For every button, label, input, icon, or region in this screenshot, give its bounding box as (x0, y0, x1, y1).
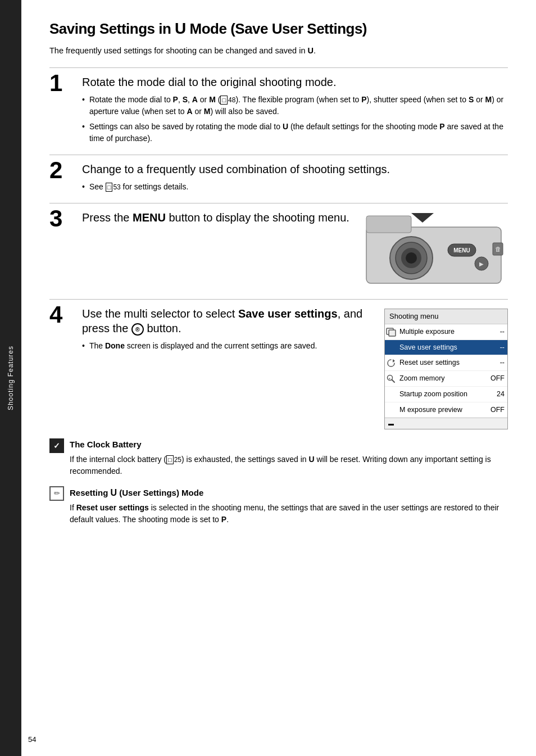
menu-row-5: Startup zoom position 24 (385, 387, 507, 402)
step-4: 4 Use the multi selector to select Save … (49, 306, 508, 429)
step-2: 2 Change to a frequently used combinatio… (49, 162, 508, 196)
menu-label-2: Save user settings (397, 341, 489, 354)
menu-label-5: Startup zoom position (397, 388, 489, 401)
step-1-bullet-1: Rotate the mode dial to P, S, A or M (□4… (82, 94, 508, 117)
step-1-heading: Rotate the mode dial to the original sho… (82, 75, 508, 89)
svg-text:+: + (389, 377, 391, 380)
sidebar-label: Shooting Features (6, 346, 16, 410)
svg-point-6 (406, 252, 417, 264)
step-4-content: Use the multi selector to select Save us… (82, 306, 508, 429)
menu-value-5: 24 (489, 389, 507, 400)
step-3-row: Press the MENU button to display the sho… (82, 210, 508, 293)
step-4-heading: Use the multi selector to select Save us… (82, 306, 373, 336)
note-resetting-heading: Resetting U (User Settings) Mode (70, 486, 508, 500)
svg-rect-14 (389, 330, 396, 336)
page-title: Saving Settings in U Mode (Save User Set… (49, 17, 508, 40)
svg-rect-0 (366, 227, 501, 283)
menu-icon-5 (385, 388, 397, 400)
note-clock-battery: ✓ The Clock Battery If the internal cloc… (49, 438, 508, 477)
step-3-heading: Press the MENU button to display the sho… (82, 210, 349, 225)
note-resetting-content: Resetting U (User Settings) Mode If Rese… (70, 486, 508, 526)
camera-illustration: MENU ▶ 🗑 (361, 210, 507, 293)
menu-title: Shooting menu (389, 312, 438, 320)
menu-label-1: Multiple exposure (397, 325, 489, 338)
menu-row-1: Multiple exposure -- (385, 324, 507, 340)
divider-2 (49, 203, 508, 203)
menu-row-3: Reset user settings -- (385, 355, 507, 371)
sidebar: Shooting Features (0, 0, 21, 756)
step-3: 3 Press the MENU button to display the s… (49, 210, 508, 293)
menu-screenshot: Shooting menu Multiple exposure -- (384, 309, 508, 429)
check-icon: ✓ (49, 438, 64, 453)
step-2-number: 2 (49, 159, 76, 182)
menu-row-6: M exposure preview OFF (385, 402, 507, 418)
menu-icon-1 (385, 325, 397, 338)
menu-row-2: Save user settings -- (385, 340, 507, 356)
step-3-content: Press the MENU button to display the sho… (82, 210, 508, 293)
note-clock-text: If the internal clock battery (□25) is e… (70, 454, 508, 477)
pencil-icon: ✏ (49, 486, 64, 501)
step-1-bullet-2: Settings can also be saved by rotating t… (82, 121, 508, 144)
svg-marker-15 (393, 359, 395, 363)
step-4-number: 4 (49, 303, 76, 327)
main-content: Saving Settings in U Mode (Save User Set… (21, 0, 536, 547)
menu-value-2: -- (489, 342, 507, 353)
page-number: 54 (28, 734, 36, 745)
step-1-content: Rotate the mode dial to the original sho… (82, 75, 508, 148)
note-resetting-text: If Reset user settings is selected in th… (70, 502, 508, 526)
menu-value-3: -- (489, 357, 507, 368)
divider-3 (49, 299, 508, 300)
svg-marker-2 (411, 213, 434, 223)
menu-icon-4: + (385, 372, 397, 384)
note-clock-content: The Clock Battery If the internal clock … (70, 438, 508, 477)
ok-button-symbol: ® (131, 323, 144, 336)
menu-icon-2 (385, 341, 397, 354)
step-3-text: Press the MENU button to display the sho… (82, 210, 349, 229)
menu-title-bar: Shooting menu (385, 309, 507, 324)
step-4-text: Use the multi selector to select Save us… (82, 306, 373, 355)
step-4-bullets: The Done screen is displayed and the cur… (82, 340, 373, 352)
step-2-bullet-1: See □53 for settings details. (82, 181, 508, 193)
step-1: 1 Rotate the mode dial to the original s… (49, 75, 508, 148)
menu-bottom-bar: ▬ (385, 418, 507, 429)
svg-text:🗑: 🗑 (494, 246, 501, 252)
divider-0 (49, 67, 508, 68)
menu-icon-3 (385, 357, 397, 369)
menu-label-4: Zoom memory (397, 372, 489, 385)
step-2-bullets: See □53 for settings details. (82, 181, 508, 193)
menu-label-6: M exposure preview (397, 404, 489, 417)
note-clock-heading: The Clock Battery (70, 438, 508, 451)
menu-icon-6 (385, 404, 397, 416)
menu-value-1: -- (489, 327, 507, 337)
menu-row-4: + Zoom memory OFF (385, 371, 507, 387)
menu-value-4: OFF (489, 373, 507, 384)
step-4-bullet-1: The Done screen is displayed and the cur… (82, 340, 373, 352)
divider-1 (49, 155, 508, 155)
intro-text: The frequently used settings for shootin… (49, 45, 508, 57)
step-2-content: Change to a frequently used combination … (82, 162, 508, 196)
note-resetting: ✏ Resetting U (User Settings) Mode If Re… (49, 486, 508, 526)
step-4-row: Use the multi selector to select Save us… (82, 306, 508, 429)
step-1-bullets: Rotate the mode dial to P, S, A or M (□4… (82, 94, 508, 144)
svg-rect-1 (366, 216, 411, 233)
svg-text:▶: ▶ (479, 261, 484, 267)
step-2-heading: Change to a frequently used combination … (82, 162, 508, 176)
step-3-number: 3 (49, 207, 76, 230)
menu-label-3: Reset user settings (397, 356, 489, 369)
menu-value-6: OFF (489, 405, 507, 415)
svg-line-17 (392, 380, 395, 383)
step-1-number: 1 (49, 71, 76, 95)
svg-text:MENU: MENU (453, 247, 470, 253)
